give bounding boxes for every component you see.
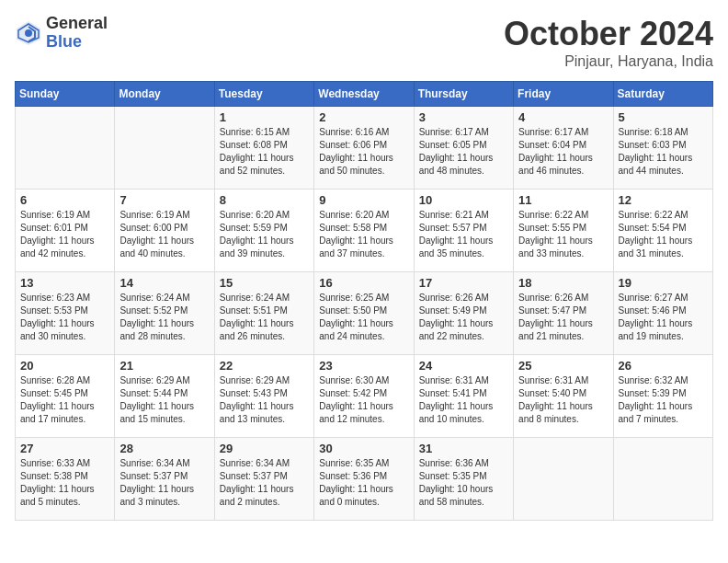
calendar-cell <box>613 438 712 521</box>
day-number: 19 <box>619 276 708 290</box>
calendar-cell: 9Sunrise: 6:20 AM Sunset: 5:58 PM Daylig… <box>314 190 414 272</box>
calendar-cell: 13Sunrise: 6:23 AM Sunset: 5:53 PM Dayli… <box>16 272 115 355</box>
calendar-cell: 28Sunrise: 6:34 AM Sunset: 5:37 PM Dayli… <box>115 438 214 521</box>
calendar-cell: 31Sunrise: 6:36 AM Sunset: 5:35 PM Dayli… <box>414 438 513 521</box>
calendar-cell: 18Sunrise: 6:26 AM Sunset: 5:47 PM Dayli… <box>514 272 613 355</box>
day-number: 18 <box>518 276 608 290</box>
day-info: Sunrise: 6:36 AM Sunset: 5:35 PM Dayligh… <box>419 457 508 509</box>
day-number: 16 <box>319 276 408 290</box>
calendar-cell: 25Sunrise: 6:31 AM Sunset: 5:40 PM Dayli… <box>514 355 613 438</box>
day-number: 30 <box>319 442 408 455</box>
day-number: 14 <box>119 276 209 290</box>
day-number: 3 <box>419 110 508 124</box>
day-number: 10 <box>419 193 508 207</box>
week-row-5: 27Sunrise: 6:33 AM Sunset: 5:38 PM Dayli… <box>16 438 713 521</box>
calendar-cell <box>514 438 613 521</box>
day-number: 28 <box>119 442 209 455</box>
day-info: Sunrise: 6:20 AM Sunset: 5:58 PM Dayligh… <box>319 209 408 260</box>
day-info: Sunrise: 6:33 AM Sunset: 5:38 PM Dayligh… <box>20 457 109 509</box>
month-title: October 2024 <box>504 15 713 53</box>
day-info: Sunrise: 6:25 AM Sunset: 5:50 PM Dayligh… <box>319 292 408 343</box>
day-info: Sunrise: 6:23 AM Sunset: 5:53 PM Dayligh… <box>20 292 109 343</box>
calendar-cell: 14Sunrise: 6:24 AM Sunset: 5:52 PM Dayli… <box>115 272 214 355</box>
day-number: 1 <box>220 110 309 124</box>
calendar-cell <box>16 107 115 190</box>
day-number: 9 <box>319 193 408 207</box>
day-info: Sunrise: 6:17 AM Sunset: 6:04 PM Dayligh… <box>518 126 608 178</box>
day-info: Sunrise: 6:31 AM Sunset: 5:40 PM Dayligh… <box>518 374 608 426</box>
day-info: Sunrise: 6:34 AM Sunset: 5:37 PM Dayligh… <box>119 457 209 509</box>
day-number: 22 <box>220 359 309 373</box>
day-number: 7 <box>119 193 209 207</box>
day-number: 24 <box>419 359 508 373</box>
logo-general-text: General <box>46 15 108 33</box>
day-number: 23 <box>319 359 408 373</box>
calendar-cell: 10Sunrise: 6:21 AM Sunset: 5:57 PM Dayli… <box>414 190 513 272</box>
calendar-table: SundayMondayTuesdayWednesdayThursdayFrid… <box>15 81 713 521</box>
calendar-cell: 27Sunrise: 6:33 AM Sunset: 5:38 PM Dayli… <box>16 438 115 521</box>
day-info: Sunrise: 6:26 AM Sunset: 5:47 PM Dayligh… <box>518 292 608 343</box>
calendar-cell: 12Sunrise: 6:22 AM Sunset: 5:54 PM Dayli… <box>613 190 712 272</box>
day-number: 20 <box>20 359 109 373</box>
day-number: 2 <box>319 110 408 124</box>
calendar-cell: 3Sunrise: 6:17 AM Sunset: 6:05 PM Daylig… <box>414 107 513 190</box>
day-number: 8 <box>220 193 309 207</box>
calendar-cell: 24Sunrise: 6:31 AM Sunset: 5:41 PM Dayli… <box>414 355 513 438</box>
calendar-cell <box>115 107 214 190</box>
calendar-cell: 16Sunrise: 6:25 AM Sunset: 5:50 PM Dayli… <box>314 272 414 355</box>
day-number: 13 <box>20 276 109 290</box>
day-number: 26 <box>619 359 708 373</box>
day-info: Sunrise: 6:19 AM Sunset: 6:01 PM Dayligh… <box>20 209 109 260</box>
day-number: 27 <box>20 442 109 455</box>
day-info: Sunrise: 6:29 AM Sunset: 5:43 PM Dayligh… <box>220 374 309 426</box>
calendar-cell: 7Sunrise: 6:19 AM Sunset: 6:00 PM Daylig… <box>115 190 214 272</box>
calendar-cell: 15Sunrise: 6:24 AM Sunset: 5:51 PM Dayli… <box>214 272 313 355</box>
calendar-cell: 30Sunrise: 6:35 AM Sunset: 5:36 PM Dayli… <box>314 438 414 521</box>
day-info: Sunrise: 6:17 AM Sunset: 6:05 PM Dayligh… <box>419 126 508 178</box>
calendar-cell: 4Sunrise: 6:17 AM Sunset: 6:04 PM Daylig… <box>514 107 613 190</box>
day-number: 17 <box>419 276 508 290</box>
day-info: Sunrise: 6:24 AM Sunset: 5:51 PM Dayligh… <box>220 292 309 343</box>
calendar-cell: 23Sunrise: 6:30 AM Sunset: 5:42 PM Dayli… <box>314 355 414 438</box>
col-header-sunday: Sunday <box>16 82 115 107</box>
title-block: October 2024 Pinjaur, Haryana, India <box>504 15 713 70</box>
logo-icon <box>15 19 42 47</box>
col-header-tuesday: Tuesday <box>214 82 313 107</box>
calendar-cell: 2Sunrise: 6:16 AM Sunset: 6:06 PM Daylig… <box>314 107 414 190</box>
calendar-cell: 1Sunrise: 6:15 AM Sunset: 6:08 PM Daylig… <box>214 107 313 190</box>
calendar-cell: 6Sunrise: 6:19 AM Sunset: 6:01 PM Daylig… <box>16 190 115 272</box>
col-header-friday: Friday <box>514 82 613 107</box>
day-info: Sunrise: 6:22 AM Sunset: 5:54 PM Dayligh… <box>619 209 708 260</box>
day-info: Sunrise: 6:18 AM Sunset: 6:03 PM Dayligh… <box>619 126 708 178</box>
week-row-4: 20Sunrise: 6:28 AM Sunset: 5:45 PM Dayli… <box>16 355 713 438</box>
day-number: 12 <box>619 193 708 207</box>
calendar-cell: 29Sunrise: 6:34 AM Sunset: 5:37 PM Dayli… <box>214 438 313 521</box>
day-info: Sunrise: 6:30 AM Sunset: 5:42 PM Dayligh… <box>319 374 408 426</box>
day-info: Sunrise: 6:20 AM Sunset: 5:59 PM Dayligh… <box>220 209 309 260</box>
day-number: 11 <box>518 193 608 207</box>
day-info: Sunrise: 6:21 AM Sunset: 5:57 PM Dayligh… <box>419 209 508 260</box>
col-header-monday: Monday <box>115 82 214 107</box>
calendar-cell: 19Sunrise: 6:27 AM Sunset: 5:46 PM Dayli… <box>613 272 712 355</box>
day-info: Sunrise: 6:35 AM Sunset: 5:36 PM Dayligh… <box>319 457 408 509</box>
logo-blue-text: Blue <box>46 33 108 52</box>
day-number: 5 <box>619 110 708 124</box>
day-info: Sunrise: 6:31 AM Sunset: 5:41 PM Dayligh… <box>419 374 508 426</box>
location-text: Pinjaur, Haryana, India <box>504 53 713 70</box>
day-info: Sunrise: 6:26 AM Sunset: 5:49 PM Dayligh… <box>419 292 508 343</box>
day-info: Sunrise: 6:27 AM Sunset: 5:46 PM Dayligh… <box>619 292 708 343</box>
day-number: 21 <box>119 359 209 373</box>
day-info: Sunrise: 6:32 AM Sunset: 5:39 PM Dayligh… <box>619 374 708 426</box>
logo-text: General Blue <box>46 15 108 52</box>
header-row: SundayMondayTuesdayWednesdayThursdayFrid… <box>16 82 713 107</box>
day-info: Sunrise: 6:34 AM Sunset: 5:37 PM Dayligh… <box>220 457 309 509</box>
week-row-1: 1Sunrise: 6:15 AM Sunset: 6:08 PM Daylig… <box>16 107 713 190</box>
col-header-saturday: Saturday <box>613 82 712 107</box>
page-header: General Blue October 2024 Pinjaur, Harya… <box>15 15 713 70</box>
calendar-cell: 11Sunrise: 6:22 AM Sunset: 5:55 PM Dayli… <box>514 190 613 272</box>
day-info: Sunrise: 6:24 AM Sunset: 5:52 PM Dayligh… <box>119 292 209 343</box>
calendar-cell: 20Sunrise: 6:28 AM Sunset: 5:45 PM Dayli… <box>16 355 115 438</box>
day-info: Sunrise: 6:22 AM Sunset: 5:55 PM Dayligh… <box>518 209 608 260</box>
col-header-wednesday: Wednesday <box>314 82 414 107</box>
day-info: Sunrise: 6:15 AM Sunset: 6:08 PM Dayligh… <box>220 126 309 178</box>
